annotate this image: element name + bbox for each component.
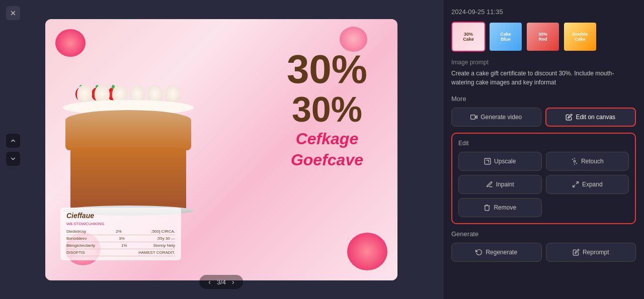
- svg-line-7: [576, 182, 578, 184]
- nav-left: [6, 134, 20, 166]
- prev-page-button[interactable]: ‹: [206, 278, 213, 286]
- thumbnail-3[interactable]: 30%Red: [526, 22, 560, 52]
- svg-point-6: [574, 160, 576, 162]
- discount-medium: 30%: [287, 92, 367, 127]
- edit-section-label: Edit: [458, 140, 629, 147]
- image-prompt-label: Image prompt: [451, 59, 636, 66]
- cake-body: [70, 148, 186, 213]
- edit-canvas-icon: [566, 114, 573, 121]
- nav-up-button[interactable]: [6, 134, 20, 148]
- generate-section-label: Generate: [451, 230, 636, 238]
- pagination: ‹ 3/4 ›: [199, 275, 243, 289]
- svg-rect-4: [471, 115, 475, 119]
- cert-row-2: Bonoddeev 3% ;55y 30 —: [66, 235, 175, 242]
- cert-subtitle: W8.STOWCUHIONS: [66, 222, 175, 226]
- remove-icon: [484, 204, 491, 211]
- regenerate-label: Regenerate: [486, 249, 517, 256]
- discount-large: 30%: [287, 49, 367, 89]
- cert-row-4: DISOFTIS HAMEST CORADIT.: [66, 249, 175, 256]
- chevron-up-icon: [10, 137, 17, 144]
- thumbnail-row: 30%Cake CakeBlue 30%Red DoubleCake: [451, 22, 636, 52]
- reprompt-button[interactable]: Reprompt: [546, 243, 636, 262]
- script-line2: Goefcave: [287, 151, 367, 169]
- upscale-icon: [484, 158, 491, 165]
- expand-label: Expand: [582, 181, 603, 188]
- script-line1: Cefkage: [287, 130, 367, 148]
- nav-down-button[interactable]: [6, 152, 20, 166]
- left-panel: •••: [0, 0, 443, 299]
- timestamp: 2024-09-25 11:35: [451, 8, 636, 16]
- remove-button[interactable]: Remove: [458, 198, 542, 217]
- retouch-button[interactable]: Retouch: [546, 152, 629, 171]
- edit-grid: Upscale Retouch Inpaint Expand: [458, 152, 629, 217]
- cake-top-layer: [65, 110, 191, 150]
- discount-text: 30% 30% Cefkage Goefcave: [287, 49, 367, 169]
- thumbnail-4[interactable]: DoubleCake: [563, 22, 597, 52]
- reprompt-label: Reprompt: [583, 249, 609, 256]
- rose-decoration-tl: [55, 29, 86, 57]
- more-buttons-row: Generate video Edit on canvas: [451, 108, 636, 127]
- svg-line-8: [573, 185, 575, 187]
- edit-section: Edit Upscale Retouch Inpaint: [451, 133, 636, 224]
- inpaint-icon: [486, 181, 493, 188]
- certificate-area: Cieffaue W8.STOWCUHIONS Diedistrcsy 2% ;…: [60, 208, 181, 260]
- generate-video-button[interactable]: Generate video: [451, 108, 541, 127]
- inpaint-button[interactable]: Inpaint: [458, 175, 542, 194]
- cert-row-1: Diedistrcsy 2% ;500} CIRCA.: [66, 228, 175, 235]
- prompt-text: Create a cake gift certificate to discou…: [451, 69, 636, 87]
- svg-marker-3: [475, 116, 477, 119]
- main-image: •••: [45, 19, 397, 280]
- thumbnail-1[interactable]: 30%Cake: [451, 22, 486, 52]
- expand-icon: [572, 181, 579, 188]
- chevron-down-icon: [10, 155, 17, 162]
- retouch-icon: [571, 158, 578, 165]
- thumbnail-2[interactable]: CakeBlue: [489, 22, 523, 52]
- next-page-button[interactable]: ›: [230, 278, 236, 286]
- remove-label: Remove: [494, 204, 516, 211]
- edit-on-canvas-button[interactable]: Edit on canvas: [545, 108, 636, 127]
- close-button[interactable]: [6, 6, 20, 20]
- cake-artwork: 30% 30% Cefkage Goefcave Cieffaue W8.STO…: [45, 19, 397, 280]
- regenerate-button[interactable]: Regenerate: [451, 243, 542, 262]
- svg-rect-5: [485, 158, 491, 164]
- upscale-label: Upscale: [494, 158, 516, 165]
- generate-video-label: Generate video: [480, 114, 522, 121]
- expand-button[interactable]: Expand: [546, 175, 629, 194]
- reprompt-icon: [573, 249, 580, 256]
- cert-title: Cieffaue: [66, 212, 175, 220]
- edit-on-canvas-label: Edit on canvas: [576, 114, 615, 121]
- more-label: More: [451, 95, 636, 103]
- video-icon: [470, 114, 477, 121]
- close-icon: [10, 10, 17, 17]
- cake-visual: [60, 72, 206, 213]
- regenerate-icon: [475, 249, 482, 256]
- inpaint-label: Inpaint: [496, 181, 514, 188]
- generate-buttons-row: Regenerate Reprompt: [451, 243, 636, 262]
- rose-decoration-br: [347, 233, 387, 270]
- right-panel: 2024-09-25 11:35 30%Cake CakeBlue 30%Red…: [443, 0, 644, 299]
- cert-row-3: Blengichecberty 1% Stonny Nety: [66, 242, 175, 249]
- upscale-button[interactable]: Upscale: [458, 152, 542, 171]
- retouch-label: Retouch: [581, 158, 604, 165]
- page-indicator: 3/4: [217, 278, 226, 286]
